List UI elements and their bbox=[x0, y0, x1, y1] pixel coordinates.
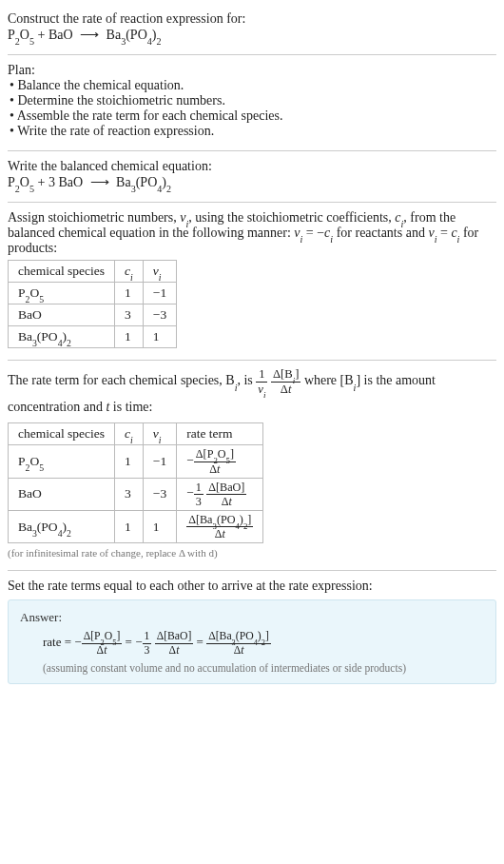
reactant-p2o5: P2O5 bbox=[8, 175, 34, 189]
plan-section: Plan: Balance the chemical equation. Det… bbox=[8, 57, 496, 148]
species-cell: P2O5 bbox=[9, 445, 115, 478]
table-row: P2O5 1 −1 bbox=[9, 283, 177, 304]
plan-item: Write the rate of reaction expression. bbox=[10, 124, 496, 139]
c-cell: 3 bbox=[115, 304, 144, 326]
plan-item: Determine the stoichiometric numbers. bbox=[10, 93, 496, 108]
col-species: chemical species bbox=[9, 261, 115, 283]
plan-item: Balance the chemical equation. bbox=[10, 78, 496, 93]
header-section: Construct the rate of reaction expressio… bbox=[8, 6, 496, 52]
nu-cell: −3 bbox=[143, 304, 176, 326]
plus-sign: + bbox=[34, 175, 48, 189]
reaction-arrow-icon: ⟶ bbox=[90, 174, 109, 190]
reaction-arrow-icon: ⟶ bbox=[80, 27, 99, 43]
balanced-section: Write the balanced chemical equation: P2… bbox=[8, 153, 496, 200]
final-section: Set the rate terms equal to each other t… bbox=[8, 573, 496, 693]
frac-one-over-nu: 1νi bbox=[256, 368, 267, 395]
species-cell: BaO bbox=[9, 478, 115, 510]
reactant-bao: BaO bbox=[58, 175, 83, 189]
divider bbox=[8, 360, 496, 361]
species-cell: Ba3(PO4)2 bbox=[9, 511, 115, 543]
unbalanced-equation: P2O5 + BaO ⟶ Ba3(PO4)2 bbox=[8, 27, 496, 43]
rate-table: chemical species ci νi rate term P2O5 1 … bbox=[8, 422, 263, 543]
rateterm-cell: Δ[Ba3(PO4)2]Δt bbox=[177, 511, 263, 543]
col-nu: νi bbox=[143, 261, 176, 283]
species-cell: BaO bbox=[9, 304, 115, 326]
nu-cell: 1 bbox=[143, 511, 176, 543]
col-nu: νi bbox=[143, 423, 176, 445]
plan-title: Plan: bbox=[8, 63, 496, 78]
plan-item: Assemble the rate term for each chemical… bbox=[10, 108, 496, 124]
answer-assumption: (assuming constant volume and no accumul… bbox=[20, 662, 484, 674]
rate-expression: rate = −Δ[P2O5]Δt = −13 Δ[BaO]Δt = Δ[Ba3… bbox=[20, 631, 484, 656]
c-cell: 1 bbox=[115, 445, 144, 478]
reactant-p2o5: P2O5 bbox=[8, 28, 34, 42]
rateterm-intro: The rate term for each chemical species,… bbox=[8, 368, 496, 419]
table-row: BaO 3 −3 bbox=[9, 304, 177, 326]
species-cell: Ba3(PO4)2 bbox=[9, 326, 115, 348]
table-row: BaO 3 −3 −13 Δ[BaO]Δt bbox=[9, 478, 263, 510]
table-header-row: chemical species ci νi rate term bbox=[9, 423, 263, 445]
divider bbox=[8, 570, 496, 571]
coef-bao: 3 bbox=[48, 175, 55, 189]
balanced-equation: P2O5 + 3 BaO ⟶ Ba3(PO4)2 bbox=[8, 174, 496, 190]
table-row: Ba3(PO4)2 1 1 bbox=[9, 326, 177, 348]
col-c: ci bbox=[115, 261, 144, 283]
divider bbox=[8, 150, 496, 151]
nu-cell: −1 bbox=[143, 445, 176, 478]
nu-cell: −3 bbox=[143, 478, 176, 510]
balanced-title: Write the balanced chemical equation: bbox=[8, 159, 496, 174]
product-ba3po42: Ba3(PO4)2 bbox=[116, 175, 171, 189]
table-header-row: chemical species ci νi bbox=[9, 261, 177, 283]
product-ba3po42: Ba3(PO4)2 bbox=[107, 28, 162, 42]
reactant-bao: BaO bbox=[48, 28, 73, 42]
stoich-table: chemical species ci νi P2O5 1 −1 BaO 3 −… bbox=[8, 260, 177, 348]
plus-sign: + bbox=[34, 28, 48, 42]
species-cell: P2O5 bbox=[9, 283, 115, 304]
nu-cell: 1 bbox=[143, 326, 176, 348]
divider bbox=[8, 54, 496, 55]
frac-dconc-dt: Δ[Bi]Δt bbox=[271, 368, 300, 395]
rateterm-cell: −13 Δ[BaO]Δt bbox=[177, 478, 263, 510]
c-cell: 1 bbox=[115, 283, 144, 304]
rateterm-section: The rate term for each chemical species,… bbox=[8, 363, 496, 568]
col-c: ci bbox=[115, 423, 144, 445]
nu-cell: −1 bbox=[143, 283, 176, 304]
table-row: P2O5 1 −1 −Δ[P2O5]Δt bbox=[9, 445, 263, 478]
col-species: chemical species bbox=[9, 423, 115, 445]
col-rateterm: rate term bbox=[177, 423, 263, 445]
rate-table-footnote: (for infinitesimal rate of change, repla… bbox=[8, 547, 496, 559]
c-cell: 3 bbox=[115, 478, 144, 510]
c-cell: 1 bbox=[115, 511, 144, 543]
c-cell: 1 bbox=[115, 326, 144, 348]
stoich-intro: Assign stoichiometric numbers, νi, using… bbox=[8, 210, 496, 256]
divider bbox=[8, 202, 496, 203]
stoich-section: Assign stoichiometric numbers, νi, using… bbox=[8, 205, 496, 358]
final-intro: Set the rate terms equal to each other t… bbox=[8, 579, 496, 594]
plan-list: Balance the chemical equation. Determine… bbox=[8, 78, 496, 139]
answer-box: Answer: rate = −Δ[P2O5]Δt = −13 Δ[BaO]Δt… bbox=[8, 599, 496, 683]
prompt-text: Construct the rate of reaction expressio… bbox=[8, 11, 496, 27]
table-row: Ba3(PO4)2 1 1 Δ[Ba3(PO4)2]Δt bbox=[9, 511, 263, 543]
rateterm-cell: −Δ[P2O5]Δt bbox=[177, 445, 263, 478]
answer-label: Answer: bbox=[20, 610, 484, 625]
